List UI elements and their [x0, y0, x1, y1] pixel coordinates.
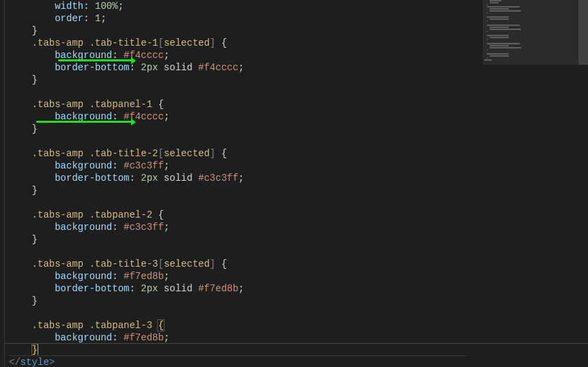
code-line[interactable]: .tabs-amp .tab-title-2[selected] { — [9, 147, 466, 160]
annotation-underline — [36, 121, 133, 123]
code-line[interactable]: background: #f7ed8b; — [9, 270, 466, 282]
code-line[interactable]: } — [9, 123, 466, 135]
code-line[interactable]: } — [9, 25, 466, 37]
code-line[interactable]: } — [9, 74, 466, 86]
code-line[interactable]: background: #c3c3ff; — [9, 160, 466, 172]
code-lines[interactable]: width: 100%; order: 1; } .tabs-amp .tab-… — [9, 0, 466, 367]
code-line[interactable] — [9, 196, 466, 209]
code-line[interactable]: } — [9, 295, 466, 307]
code-line[interactable] — [9, 86, 466, 98]
code-line[interactable]: background: #f7ed8b; — [9, 332, 466, 344]
code-line[interactable]: order: 1; — [9, 12, 466, 25]
code-line[interactable]: border-bottom: 2px solid #f7ed8b; — [9, 282, 466, 295]
code-line[interactable]: .tabs-amp .tab-title-1[selected] { — [9, 37, 466, 49]
code-line[interactable]: } — [9, 233, 466, 246]
text-cursor — [38, 344, 38, 355]
code-line[interactable]: .tabs-amp .tab-title-3[selected] { — [9, 258, 466, 270]
vertical-scrollbar[interactable] — [578, 0, 588, 367]
code-line[interactable]: border-bottom: 2px solid #c3c3ff; — [9, 172, 466, 184]
code-line[interactable]: width: 100%; — [9, 0, 466, 12]
scrollbar-thumb[interactable] — [578, 0, 588, 65]
code-line[interactable]: } — [9, 184, 466, 196]
code-line[interactable]: .tabs-amp .tabpanel-2 { — [9, 209, 466, 221]
annotation-underline — [58, 59, 133, 61]
code-line[interactable]: .tabs-amp .tabpanel-3 { — [9, 319, 466, 332]
minimap-viewport[interactable] — [483, 0, 578, 65]
code-line[interactable] — [9, 135, 466, 147]
code-line[interactable]: .tabs-amp .tabpanel-1 { — [9, 98, 466, 111]
editor-divider — [5, 343, 588, 344]
code-line[interactable]: } — [9, 344, 466, 356]
code-line[interactable] — [9, 246, 466, 258]
minimap[interactable] — [483, 0, 578, 367]
code-line[interactable]: background: #c3c3ff; — [9, 221, 466, 233]
code-line[interactable] — [9, 307, 466, 319]
code-line[interactable]: </style> — [9, 356, 466, 367]
code-line[interactable]: border-bottom: 2px solid #f4cccc; — [9, 61, 466, 74]
code-editor[interactable]: width: 100%; order: 1; } .tabs-amp .tab-… — [4, 0, 588, 367]
